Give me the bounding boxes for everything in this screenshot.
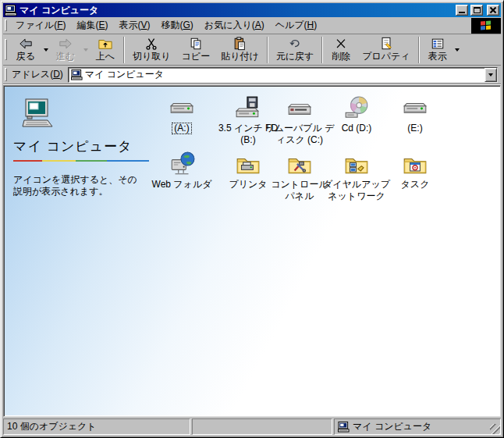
address-value: マイ コンピュータ <box>85 68 484 81</box>
delete-button[interactable]: 削除 <box>325 36 357 64</box>
floppy-drive-icon <box>235 95 261 122</box>
address-input[interactable]: マイ コンピュータ <box>68 67 498 83</box>
undo-label: 元に戻す <box>276 51 314 62</box>
toolbar-separator <box>267 37 268 63</box>
info-panel-title: マイ コンピュータ <box>13 137 152 155</box>
toolbar-grip[interactable] <box>5 39 7 60</box>
status-bar: 10 個のオブジェクト マイ コンピュータ <box>3 418 501 435</box>
menu-edit-label: 編集( <box>76 20 98 30</box>
copy-icon <box>189 37 203 51</box>
forward-dropdown[interactable] <box>81 36 90 64</box>
scissors-icon <box>144 37 158 51</box>
maximize-icon <box>474 7 481 13</box>
forward-label: 進む <box>56 51 75 62</box>
status-location-text: マイ コンピュータ <box>353 420 431 433</box>
drive-icon <box>169 95 195 122</box>
paste-button[interactable]: 貼り付け <box>215 36 264 64</box>
maximize-button[interactable] <box>470 5 483 16</box>
delete-label: 削除 <box>332 51 350 62</box>
my-computer-window: マイ コンピュータ ファイル(F) 編集(E) 表示(V) 移動(G) お気に入… <box>0 0 504 438</box>
up-label: 上へ <box>96 51 115 62</box>
views-grid-icon <box>431 37 445 51</box>
back-dropdown[interactable] <box>41 36 50 64</box>
chevron-down-icon <box>44 48 48 52</box>
cut-button[interactable]: 切り取り <box>127 36 176 64</box>
properties-label: プロパティ <box>362 51 410 62</box>
menu-bar-grip[interactable] <box>5 20 7 31</box>
icon-label: タスク <box>401 180 430 190</box>
forward-button[interactable]: 進む <box>50 36 81 64</box>
my-computer-large-icon <box>21 97 55 131</box>
up-button[interactable]: 上へ <box>90 36 121 64</box>
minimize-button[interactable] <box>456 5 468 16</box>
address-dropdown-button[interactable] <box>484 68 497 82</box>
folder-up-icon <box>97 37 114 51</box>
menu-go-label: 移動( <box>161 20 183 30</box>
toolbar: 戻る 進む 上へ 切り取り コピー 貼り付け 元に戻す <box>3 34 501 66</box>
address-bar-grip[interactable] <box>5 68 7 80</box>
control-panel-folder-icon <box>286 151 313 178</box>
close-button[interactable] <box>487 5 499 16</box>
toolbar-separator <box>123 37 125 63</box>
window-title: マイ コンピュータ <box>20 4 453 17</box>
menu-view[interactable]: 表示(V) <box>113 17 155 34</box>
undo-button[interactable]: 元に戻す <box>271 36 320 64</box>
back-button[interactable]: 戻る <box>10 36 41 64</box>
title-bar[interactable]: マイ コンピュータ <box>3 3 501 17</box>
toolbar-separator <box>418 37 420 63</box>
menu-go[interactable]: 移動(G) <box>156 17 199 34</box>
views-button[interactable]: 表示 <box>422 36 453 64</box>
address-label: アドレス(D) <box>12 68 63 81</box>
forward-arrow-icon <box>57 37 74 51</box>
status-selection-panel <box>192 418 332 435</box>
icon-label: Web フォルダ <box>152 180 212 190</box>
drive-icon <box>402 95 428 122</box>
icon-label: (E:) <box>407 123 422 134</box>
views-dropdown[interactable] <box>453 36 462 64</box>
clipboard-paste-icon <box>232 37 247 51</box>
status-location-panel: マイ コンピュータ <box>334 418 501 435</box>
windows-logo <box>471 18 501 34</box>
menu-view-label: 表示( <box>119 20 140 30</box>
icon-label: Cd (D:) <box>342 123 372 134</box>
minimize-icon <box>459 12 465 13</box>
status-object-count: 10 個のオブジェクト <box>3 418 190 435</box>
drive-e-item[interactable]: (E:) <box>378 95 453 134</box>
info-panel-description: アイコンを選択すると、その説明が表示されます。 <box>13 174 146 198</box>
menu-favorites-label: お気に入り( <box>204 20 255 30</box>
icon-label: (A:) <box>172 123 190 134</box>
menu-file[interactable]: ファイル(F) <box>10 17 71 34</box>
chevron-down-icon <box>488 73 493 77</box>
drive-a-item[interactable]: (A:) <box>144 95 219 134</box>
my-computer-icon <box>338 421 350 433</box>
windows-flag-icon <box>481 20 492 30</box>
info-panel: マイ コンピュータ アイコンを選択すると、その説明が表示されます。 <box>13 97 152 198</box>
tasks-item[interactable]: タスク <box>378 151 453 190</box>
menu-edit[interactable]: 編集(E) <box>71 17 113 34</box>
properties-button[interactable]: プロパティ <box>357 36 415 64</box>
printers-folder-icon <box>235 151 261 178</box>
address-bar: アドレス(D) マイ コンピュータ <box>3 66 501 84</box>
resize-grip[interactable] <box>490 424 500 434</box>
views-label: 表示 <box>428 51 447 62</box>
icon-label-line2: パネル <box>286 191 314 201</box>
menu-bar: ファイル(F) 編集(E) 表示(V) 移動(G) お気に入り(A) ヘルプ(H… <box>3 17 501 34</box>
toolbar-separator <box>321 37 323 63</box>
dialup-folder-icon <box>343 151 370 178</box>
properties-sheet-icon <box>379 37 393 51</box>
menu-favorites[interactable]: お気に入り(A) <box>199 17 270 34</box>
my-computer-icon[interactable] <box>5 4 17 16</box>
web-folders-item[interactable]: Web フォルダ <box>144 151 219 190</box>
tasks-folder-icon <box>402 151 428 178</box>
back-label: 戻る <box>16 51 35 62</box>
close-icon <box>490 7 496 13</box>
menu-file-label: ファイル( <box>16 20 57 30</box>
icon-label-line2: (B:) <box>240 135 255 145</box>
chevron-down-icon <box>455 48 460 52</box>
folder-content-area[interactable]: マイ コンピュータ アイコンを選択すると、その説明が表示されます。 (A:) 3… <box>3 85 501 417</box>
cut-label: 切り取り <box>133 51 171 62</box>
menu-help[interactable]: ヘルプ(H) <box>270 17 323 34</box>
undo-arrow-icon <box>288 37 302 51</box>
delete-x-icon <box>334 37 348 51</box>
copy-button[interactable]: コピー <box>176 36 216 64</box>
